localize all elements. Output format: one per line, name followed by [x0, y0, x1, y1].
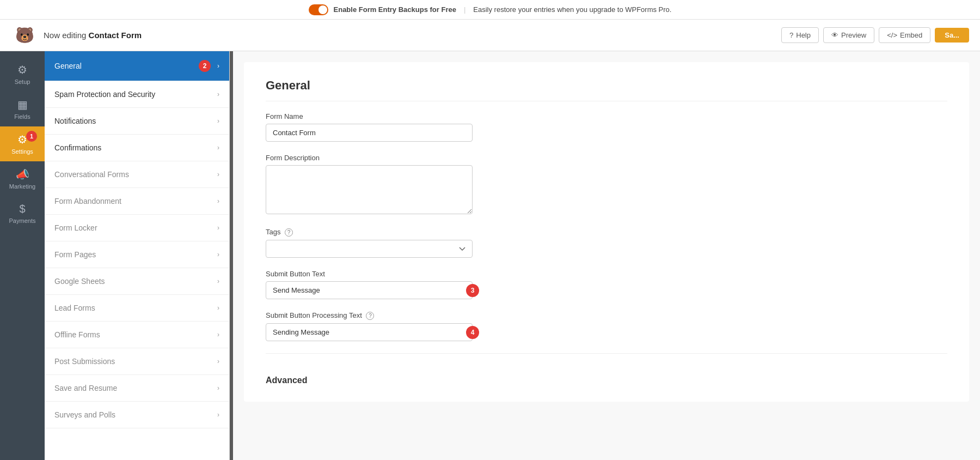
post-submissions-chevron: › — [217, 358, 219, 365]
main-content: General Form Name Form Description Tags … — [230, 51, 980, 460]
surveys-chevron: › — [217, 411, 219, 419]
settings-item-form-pages[interactable]: Form Pages › — [45, 241, 229, 268]
offline-forms-label: Offline Forms — [54, 330, 100, 339]
section-title: General — [266, 78, 947, 101]
settings-item-lead-forms[interactable]: Lead Forms › — [45, 295, 229, 322]
settings-item-general[interactable]: General 2 › — [45, 51, 229, 81]
marketing-label: Marketing — [9, 183, 35, 190]
form-description-textarea[interactable] — [266, 165, 473, 214]
settings-item-form-abandonment[interactable]: Form Abandonment › — [45, 188, 229, 215]
notifications-chevron: › — [217, 117, 219, 125]
settings-item-form-locker[interactable]: Form Locker › — [45, 215, 229, 241]
form-locker-label: Form Locker — [54, 223, 97, 232]
confirmations-chevron: › — [217, 144, 219, 152]
toggle-knob — [318, 5, 327, 14]
app-logo: 🐻 — [11, 22, 38, 49]
post-submissions-label: Post Submissions — [54, 357, 115, 366]
help-icon: ? — [789, 31, 793, 39]
conversational-forms-label: Conversational Forms — [54, 170, 129, 179]
offline-forms-chevron: › — [217, 331, 219, 338]
form-name-group: Form Name — [266, 112, 947, 142]
sidebar-item-fields[interactable]: ▦ Fields — [0, 92, 45, 126]
form-abandonment-label: Form Abandonment — [54, 197, 121, 205]
tags-group: Tags ? — [266, 228, 947, 258]
save-and-resume-label: Save and Resume — [54, 384, 117, 392]
submit-text-badge: 3 — [466, 284, 479, 297]
processing-text-badge: 4 — [466, 326, 479, 339]
form-locker-chevron: › — [217, 224, 219, 232]
conversational-chevron: › — [217, 171, 219, 178]
app-header: 🐻 Now editing Contact Form ? Help 👁 Prev… — [0, 20, 980, 51]
sidebar-item-setup[interactable]: ⚙ Setup — [0, 57, 45, 92]
advanced-heading: Advanced — [266, 370, 947, 385]
submit-button-text-label: Submit Button Text — [266, 270, 947, 278]
settings-item-conversational-forms[interactable]: Conversational Forms › — [45, 161, 229, 188]
google-sheets-label: Google Sheets — [54, 277, 105, 286]
form-name-label: Form Name — [266, 112, 947, 120]
general-label: General — [54, 62, 82, 70]
topbar-divider: | — [464, 5, 465, 14]
code-icon: </> — [887, 31, 897, 39]
header-actions: ? Help 👁 Preview </> Embed Sa... — [781, 27, 969, 43]
google-sheets-chevron: › — [217, 277, 219, 285]
settings-item-confirmations[interactable]: Confirmations › — [45, 135, 229, 161]
submit-processing-text-label: Submit Button Processing Text ? — [266, 311, 947, 320]
payments-icon: $ — [19, 203, 25, 215]
general-chevron: › — [217, 62, 219, 70]
submit-processing-text-wrapper: 4 — [266, 323, 473, 341]
form-name-header: Contact Form — [89, 31, 142, 40]
topbar-description: Easily restore your entries when you upg… — [473, 5, 671, 14]
backup-toggle[interactable] — [309, 4, 328, 15]
form-name-input[interactable] — [266, 124, 473, 142]
submit-button-text-group: Submit Button Text 3 — [266, 270, 947, 299]
editing-prefix: Now editing — [44, 31, 86, 40]
submit-button-text-input[interactable] — [266, 281, 473, 299]
fields-label: Fields — [14, 113, 30, 120]
save-button[interactable]: Sa... — [935, 28, 969, 43]
sidebar-item-settings[interactable]: 1 ⚙ Settings — [0, 126, 45, 161]
topbar-toggle-label: Enable Form Entry Backups for Free — [334, 5, 456, 14]
advanced-divider — [266, 353, 947, 365]
spam-protection-label: Spam Protection and Security — [54, 90, 155, 99]
general-badge: 2 — [199, 60, 211, 72]
embed-button[interactable]: </> Embed — [879, 27, 930, 43]
settings-item-surveys-and-polls[interactable]: Surveys and Polls › — [45, 402, 229, 428]
settings-item-spam-protection[interactable]: Spam Protection and Security › — [45, 81, 229, 108]
help-button[interactable]: ? Help — [781, 27, 819, 43]
form-description-group: Form Description — [266, 154, 947, 216]
tags-select[interactable] — [266, 240, 473, 258]
spam-chevron: › — [217, 90, 219, 98]
top-notification-bar: Enable Form Entry Backups for Free | Eas… — [0, 0, 980, 20]
confirmations-label: Confirmations — [54, 143, 101, 152]
lead-forms-chevron: › — [217, 304, 219, 312]
preview-button[interactable]: 👁 Preview — [823, 27, 874, 43]
settings-item-google-sheets[interactable]: Google Sheets › — [45, 268, 229, 295]
submit-processing-text-input[interactable] — [266, 323, 473, 341]
sidebar-item-marketing[interactable]: 📣 Marketing — [0, 161, 45, 196]
form-abandonment-chevron: › — [217, 197, 219, 205]
settings-item-save-and-resume[interactable]: Save and Resume › — [45, 375, 229, 402]
form-description-label: Form Description — [266, 154, 947, 162]
setup-icon: ⚙ — [17, 63, 27, 76]
icon-sidebar: ⚙ Setup ▦ Fields 1 ⚙ Settings 📣 Marketin… — [0, 51, 45, 460]
form-pages-label: Form Pages — [54, 250, 96, 259]
settings-label: Settings — [11, 148, 33, 155]
tags-help-icon[interactable]: ? — [285, 228, 293, 237]
settings-item-post-submissions[interactable]: Post Submissions › — [45, 348, 229, 375]
surveys-and-polls-label: Surveys and Polls — [54, 410, 115, 419]
sidebar-item-payments[interactable]: $ Payments — [0, 196, 45, 231]
save-resume-chevron: › — [217, 384, 219, 392]
settings-badge: 1 — [26, 131, 37, 142]
tags-label: Tags ? — [266, 228, 947, 237]
setup-label: Setup — [15, 78, 30, 85]
header-title: Now editing Contact Form — [38, 31, 781, 40]
settings-item-offline-forms[interactable]: Offline Forms › — [45, 322, 229, 348]
form-pages-chevron: › — [217, 251, 219, 258]
settings-item-notifications[interactable]: Notifications › — [45, 108, 229, 135]
notifications-label: Notifications — [54, 117, 96, 125]
processing-help-icon[interactable]: ? — [366, 312, 374, 320]
content-panel: General Form Name Form Description Tags … — [244, 62, 969, 402]
settings-sidebar: General 2 › Spam Protection and Security… — [45, 51, 230, 460]
submit-button-text-wrapper: 3 — [266, 281, 473, 299]
app-body: ⚙ Setup ▦ Fields 1 ⚙ Settings 📣 Marketin… — [0, 51, 980, 460]
